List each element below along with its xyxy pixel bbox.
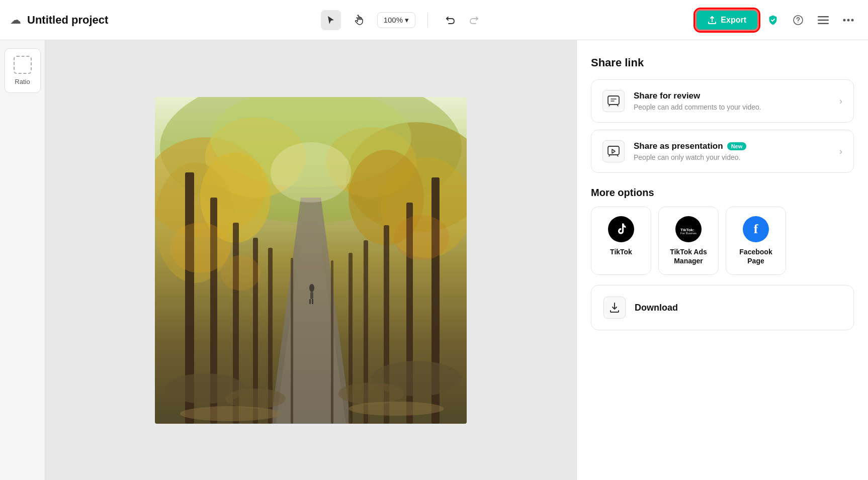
share-review-chevron-icon: › (839, 96, 842, 107)
share-review-icon (602, 90, 625, 112)
share-for-review-card[interactable]: Share for review People can add comments… (591, 79, 854, 123)
svg-rect-3 (818, 19, 829, 21)
tiktok-ads-label: TikTok Ads Manager (667, 247, 710, 265)
share-presentation-icon (602, 140, 625, 162)
zoom-level: 100% (384, 16, 403, 24)
share-as-presentation-desc: People can only watch your video. (634, 153, 746, 161)
zoom-control[interactable]: 100% ▾ (377, 12, 415, 28)
svg-rect-4 (818, 23, 829, 24)
svg-point-39 (349, 402, 444, 416)
svg-point-1 (798, 22, 799, 23)
svg-rect-42 (309, 299, 311, 304)
shield-button[interactable] (763, 11, 783, 30)
ratio-button[interactable]: Ratio (5, 48, 41, 93)
svg-point-6 (847, 19, 849, 21)
canvas-image (155, 97, 467, 424)
facebook-option[interactable]: f Facebook Page (726, 207, 786, 275)
header: ☁ Untitled project 100% ▾ (0, 0, 868, 40)
svg-point-7 (851, 19, 853, 21)
options-grid: TikTok TikTok: For Business TikTok Ads M… (591, 207, 854, 275)
export-label: Export (721, 16, 746, 25)
hand-tool-button[interactable] (349, 10, 369, 30)
menu-button[interactable] (814, 11, 833, 30)
svg-rect-2 (818, 16, 829, 18)
share-for-review-desc: People can add comments to your video. (634, 103, 761, 111)
svg-point-5 (843, 19, 845, 21)
header-separator (427, 13, 428, 28)
select-tool-button[interactable] (321, 10, 341, 30)
canvas-area: ‹ (45, 40, 576, 480)
undo-button[interactable] (440, 10, 460, 30)
svg-rect-41 (310, 292, 313, 299)
ratio-icon (14, 56, 32, 74)
facebook-label: Facebook Page (734, 247, 777, 265)
svg-point-36 (225, 389, 286, 409)
svg-point-40 (309, 284, 314, 292)
main-layout: Ratio (0, 40, 868, 480)
facebook-logo: f (743, 216, 769, 242)
forest-scene (155, 97, 467, 424)
download-icon (603, 297, 626, 319)
project-title: Untitled project (27, 14, 108, 27)
svg-point-45 (394, 215, 449, 260)
ratio-label: Ratio (15, 78, 30, 85)
header-left: ☁ Untitled project (10, 14, 108, 27)
svg-point-38 (180, 406, 281, 421)
tiktok-ads-logo: TikTok: For Business (675, 216, 702, 242)
share-as-presentation-name: Share as presentation New (634, 141, 746, 151)
svg-rect-43 (312, 299, 313, 304)
share-as-presentation-left: Share as presentation New People can onl… (602, 140, 746, 162)
share-presentation-chevron-icon: › (839, 146, 842, 157)
new-badge: New (727, 142, 747, 150)
tiktok-option[interactable]: TikTok (591, 207, 651, 275)
share-link-title: Share link (591, 56, 854, 69)
svg-point-46 (220, 255, 261, 291)
undo-redo-group (440, 10, 484, 30)
svg-rect-33 (331, 260, 333, 424)
svg-text:For Business: For Business (680, 232, 697, 234)
zoom-chevron-icon: ▾ (405, 16, 409, 25)
tiktok-label: TikTok (610, 247, 632, 256)
redo-button[interactable] (464, 10, 484, 30)
tiktok-ads-option[interactable]: TikTok: For Business TikTok Ads Manager (658, 207, 719, 275)
svg-point-44 (170, 223, 230, 273)
svg-rect-48 (608, 96, 619, 105)
cloud-icon: ☁ (10, 14, 21, 27)
more-options-title: More options (591, 187, 854, 199)
export-button[interactable]: Export (697, 11, 757, 30)
share-for-review-left: Share for review People can add comments… (602, 90, 761, 112)
download-card[interactable]: Download (591, 285, 854, 330)
more-button[interactable] (839, 11, 858, 30)
help-button[interactable] (789, 11, 808, 30)
svg-point-47 (271, 142, 351, 203)
facebook-f-icon: f (754, 222, 758, 237)
share-for-review-info: Share for review People can add comments… (634, 91, 761, 111)
svg-rect-32 (291, 258, 293, 424)
download-label: Download (635, 303, 678, 313)
left-sidebar: Ratio (0, 40, 45, 480)
header-right: Export (697, 11, 858, 30)
tiktok-logo (608, 216, 634, 242)
share-for-review-name: Share for review (634, 91, 761, 101)
header-center: 100% ▾ (321, 10, 484, 30)
share-as-presentation-card[interactable]: Share as presentation New People can onl… (591, 130, 854, 173)
right-panel: Share link Share for review People can a… (576, 40, 868, 480)
share-as-presentation-info: Share as presentation New People can onl… (634, 141, 746, 161)
svg-point-37 (338, 382, 404, 405)
